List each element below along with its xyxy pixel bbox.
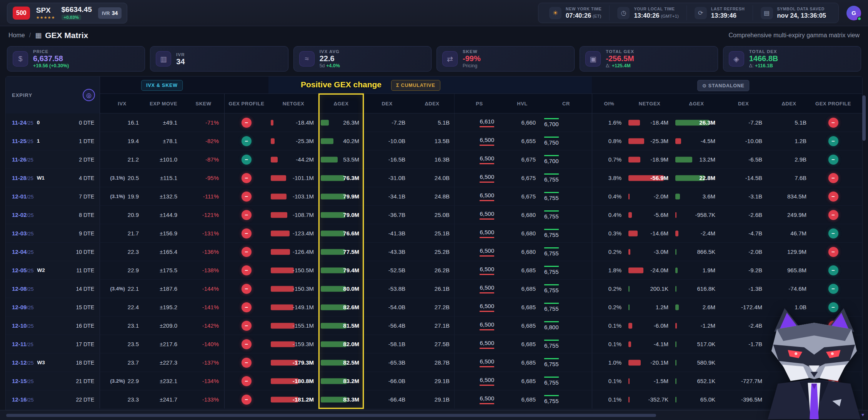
breadcrumb-home-link[interactable]: Home — [8, 32, 25, 39]
gex-profile-icon[interactable]: − — [828, 210, 838, 220]
expiry-date[interactable]: 12-16/25 — [12, 396, 33, 403]
gex-profile-icon[interactable]: − — [828, 192, 838, 202]
symbol-summary[interactable]: 500 SPX ★★★★★ $6634.45 +0.03% IVR34 — [7, 3, 127, 23]
netgex-bar — [271, 212, 287, 218]
gex-profile-icon[interactable]: − — [242, 210, 252, 220]
column-header-move[interactable]: EXP MOVE — [144, 94, 183, 113]
dgex-bar — [675, 286, 676, 292]
horizontal-scrollbar[interactable]: ▾ — [0, 410, 868, 420]
table-row[interactable]: 12-02/258 DTE 20.9 ±144.9 -121% − -108.7… — [6, 206, 862, 224]
table-row[interactable]: 12-15/2521 DTE (3.2%)22.9 ±232.1 -134% −… — [6, 372, 862, 390]
netgex-bar — [628, 378, 630, 384]
table-row[interactable]: 12-10/2516 DTE 23.1 ±209.0 -142% − -155.… — [6, 317, 862, 335]
column-header-dex[interactable]: DEX — [364, 94, 410, 113]
table-row[interactable]: 12-11/2517 DTE 23.5 ±217.6 -140% − -159.… — [6, 335, 862, 353]
column-header-ddex[interactable]: ΔDEX — [410, 94, 454, 113]
symbol-name: SPX — [36, 7, 55, 14]
expiry-date[interactable]: 12-11/25 — [12, 341, 33, 347]
gex-profile-icon[interactable]: − — [242, 118, 252, 128]
expiry-date[interactable]: 12-01/25 — [12, 193, 33, 200]
stat-card-price[interactable]: $ PRICE 6,637.58 +19.56 (+0.30%) — [7, 46, 145, 72]
cell-oi: 0.8% — [592, 132, 626, 150]
table-row[interactable]: 11-26/252 DTE 21.2 ±101.0 -87% − -44.2M … — [6, 150, 862, 169]
gex-profile-icon[interactable]: − — [242, 376, 252, 386]
column-header-prof[interactable]: GEX PROFILE — [224, 94, 268, 113]
gex-profile-icon[interactable]: − — [242, 136, 252, 146]
stat-card-skew[interactable]: ⇄ SKEW -99% Pricing — [436, 46, 575, 72]
table-row[interactable]: 12-04/2510 DTE 22.3 ±165.4 -136% − -126.… — [6, 243, 862, 261]
column-header-hvl[interactable]: HVL — [504, 94, 540, 113]
column-header-dgex[interactable]: ΔGEX — [318, 94, 364, 113]
gex-profile-icon[interactable]: − — [828, 228, 838, 238]
ivx-skew-badge[interactable]: IVX & SKEW — [141, 80, 183, 91]
gex-profile-icon[interactable]: − — [828, 136, 838, 146]
gex-profile-icon[interactable]: − — [828, 118, 838, 128]
table-row[interactable]: 11-24/2500 DTE 16.1 ±49.1 -71% − -18.4M … — [6, 113, 862, 132]
gex-profile-icon[interactable]: − — [242, 339, 252, 349]
cumulative-badge[interactable]: Σ CUMULATIVE — [391, 80, 440, 91]
expiry-date[interactable]: 12-08/25 — [12, 285, 33, 292]
table-row[interactable]: 12-12/25W318 DTE 23.7 ±227.3 -137% − -17… — [6, 353, 862, 372]
expiry-date[interactable]: 12-12/25 — [12, 359, 33, 366]
expiry-date[interactable]: 12-09/25 — [12, 304, 33, 310]
expiry-date[interactable]: 11-28/25 — [12, 175, 33, 181]
gex-profile-icon[interactable]: − — [828, 284, 838, 294]
table-row[interactable]: 12-16/2522 DTE 23.3 ±241.7 -133% − -181.… — [6, 390, 862, 409]
gex-profile-icon[interactable]: − — [242, 173, 252, 183]
expiry-date[interactable]: 12-04/25 — [12, 248, 33, 255]
column-header-ivx[interactable]: IVX — [100, 94, 144, 113]
stat-card-total-gex[interactable]: ▣ TOTAL GEX -256.5M Δ: +125.4M — [580, 46, 718, 72]
gex-profile-icon[interactable]: − — [828, 265, 838, 275]
table-row[interactable]: 12-01/257 DTE (3.1%)19.9 ±132.5 -111% − … — [6, 187, 862, 206]
expiry-date[interactable]: 12-15/25 — [12, 378, 33, 384]
table-row[interactable]: 12-05/25W211 DTE 22.9 ±175.5 -138% − -15… — [6, 261, 862, 280]
gex-profile-icon[interactable]: − — [242, 247, 252, 257]
column-header-skew[interactable]: SKEW — [183, 94, 224, 113]
table-row[interactable]: 11-28/25W14 DTE (3.1%)20.5 ±115.1 -95% −… — [6, 169, 862, 187]
table-row[interactable]: 12-08/2514 DTE (3.4%)22.1 ±187.6 -144% −… — [6, 280, 862, 298]
expiry-date[interactable]: 11-25/25 — [12, 138, 33, 144]
netgex-bar — [271, 138, 275, 144]
gex-profile-icon[interactable]: − — [828, 173, 838, 183]
gex-profile-icon[interactable]: − — [242, 265, 252, 275]
column-header-snetgex[interactable]: NETGEX — [626, 94, 673, 113]
expiry-date[interactable]: 12-03/25 — [12, 230, 33, 237]
expiry-date[interactable]: 12-05/25 — [12, 267, 33, 273]
cell-standalone-dgex: 652.1K — [673, 372, 720, 390]
column-header-sddex[interactable]: ΔDEX — [767, 94, 811, 113]
vertical-scrollbar-thumb[interactable] — [862, 95, 866, 141]
column-header-netgex[interactable]: NETGEX — [268, 94, 318, 113]
stat-card-ivr[interactable]: ▥ IVR 34 — [150, 46, 288, 72]
column-header-ps[interactable]: PS — [454, 94, 504, 113]
expiry-date[interactable]: 12-02/25 — [12, 212, 33, 218]
cell-exp-move: ±227.3 — [144, 353, 183, 372]
gex-profile-icon[interactable]: − — [828, 247, 838, 257]
table-row[interactable]: 12-03/259 DTE 21.7 ±156.9 -131% − -123.4… — [6, 224, 862, 243]
gex-profile-icon[interactable]: − — [242, 228, 252, 238]
gex-profile-icon[interactable]: − — [242, 155, 252, 165]
column-header-sdgex[interactable]: ΔGEX — [673, 94, 720, 113]
table-row[interactable]: 12-09/2515 DTE 22.4 ±195.2 -141% − -149.… — [6, 298, 862, 317]
table-row[interactable]: 11-25/2511 DTE 19.4 ±78.1 -82% − -25.3M … — [6, 132, 862, 150]
expiry-date[interactable]: 11-26/25 — [12, 156, 33, 163]
horizontal-scrollbar-thumb[interactable] — [6, 414, 656, 417]
column-header-oi[interactable]: OI% — [592, 94, 626, 113]
gex-profile-icon[interactable]: − — [242, 302, 252, 312]
stat-card-total-dex[interactable]: ◈ TOTAL DEX 1466.8B Δ: +116.1B — [723, 46, 861, 72]
standalone-badge[interactable]: ⊙ STANDALONE — [697, 80, 749, 91]
column-header-cr[interactable]: CR — [540, 94, 592, 113]
expiry-settings-button[interactable]: ◎ — [83, 89, 95, 101]
gex-profile-icon[interactable]: − — [242, 395, 252, 405]
expiry-date[interactable]: 12-10/25 — [12, 322, 33, 329]
column-header-sprof[interactable]: GEX PROFILE — [811, 94, 855, 113]
cell-cr: 6,755 — [540, 261, 592, 279]
gex-profile-icon[interactable]: − — [828, 155, 838, 165]
expiry-date[interactable]: 11-24/25 — [12, 119, 33, 126]
gex-profile-icon[interactable]: − — [242, 284, 252, 294]
column-header-sdex[interactable]: DEX — [720, 94, 767, 113]
gex-profile-icon[interactable]: − — [242, 358, 252, 368]
gex-profile-icon[interactable]: − — [242, 192, 252, 202]
gex-profile-icon[interactable]: − — [242, 321, 252, 331]
stat-card-ivx-avg[interactable]: ≈ IVX AVG 22.6 5d +4.0% — [293, 46, 432, 72]
user-avatar[interactable]: G — [846, 6, 861, 20]
